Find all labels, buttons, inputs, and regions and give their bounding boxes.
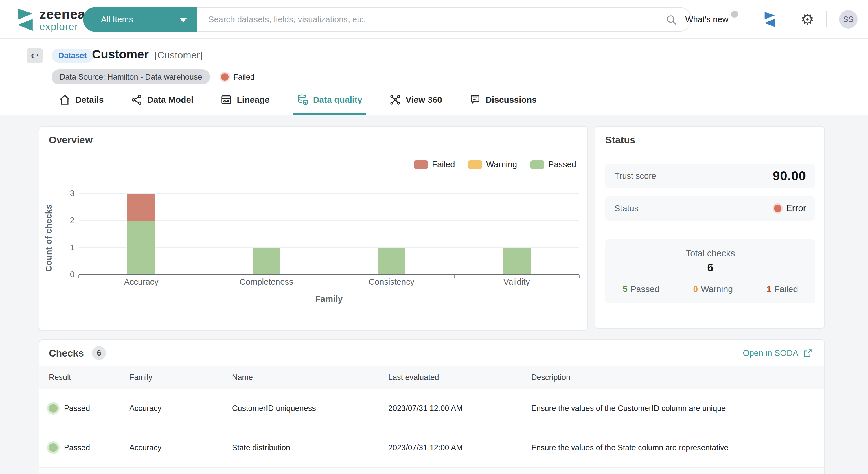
search-scope-value: All Items — [101, 15, 133, 24]
home-icon — [59, 94, 71, 106]
tab-lineage[interactable]: Lineage — [216, 87, 273, 115]
tab-details[interactable]: Details — [55, 87, 107, 115]
back-arrow-icon: ↩ — [31, 50, 39, 61]
passed-count: 5Passed — [623, 284, 659, 294]
passed-dot — [49, 404, 58, 413]
warning-count: 0Warning — [693, 284, 733, 294]
search-input[interactable] — [208, 15, 691, 24]
column-name: Name — [232, 373, 388, 382]
failed-bar-segment — [127, 194, 155, 220]
cell-last-evaluated: 2023/07/31 12:00 AM — [388, 404, 531, 413]
bar-accuracy — [79, 194, 204, 275]
settings-gear-icon[interactable]: ⚙ — [801, 12, 814, 27]
y-tick-label: 1 — [70, 243, 75, 252]
data-quality-icon — [297, 94, 308, 106]
x-tick-label: Completeness — [204, 277, 329, 287]
bar-stack — [127, 194, 155, 275]
y-tick-label: 3 — [70, 189, 75, 198]
passed-bar-segment — [253, 248, 280, 275]
page-title: Customer — [92, 48, 149, 61]
divider — [826, 11, 827, 28]
column-family: Family — [129, 373, 232, 382]
tab-discussions[interactable]: Discussions — [465, 87, 541, 115]
data-source-chip[interactable]: Data Source: Hamilton - Data warehouse — [52, 69, 210, 85]
column-description: Description — [531, 373, 824, 382]
cell-family: Accuracy — [129, 443, 232, 452]
total-checks-value: 6 — [605, 262, 815, 274]
status-card-title: Status — [605, 134, 636, 146]
passed-dot — [49, 443, 58, 452]
passed-bar-segment — [503, 248, 531, 275]
bar-stack — [253, 248, 280, 275]
checks-table-header: Result Family Name Last evaluated Descri… — [39, 366, 824, 389]
divider — [39, 153, 587, 153]
zeenea-studio-icon[interactable] — [764, 12, 776, 27]
header-status: Failed — [221, 72, 255, 82]
checks-count-badge: 6 — [92, 346, 106, 360]
chart-y-axis-title: Count of checks — [44, 195, 54, 282]
next-row-edge — [39, 468, 824, 474]
total-checks-box: Total checks 6 5Passed 0Warning 1Failed — [605, 239, 815, 303]
status-card: Status Trust score 90.00 Status Error To… — [595, 126, 825, 329]
tab-view-360[interactable]: View 360 — [385, 87, 446, 115]
entity-header: ↩ Dataset Customer [Customer] Data Sourc… — [0, 39, 868, 115]
tab-data-model[interactable]: Data Model — [127, 87, 197, 115]
entity-tabs: Details Data Model Lineage Data quality … — [55, 87, 541, 115]
chart-y-ticks: 0123 — [56, 194, 75, 275]
failed-status-label: Failed — [233, 72, 255, 82]
cell-name: State distribution — [232, 443, 388, 452]
user-avatar[interactable]: SS — [839, 10, 858, 29]
lineage-icon — [220, 94, 232, 106]
bar-validity — [454, 194, 580, 275]
passed-bar-segment — [127, 220, 155, 275]
legend-swatch — [468, 160, 482, 169]
search-icon[interactable] — [666, 14, 677, 26]
notification-dot — [731, 11, 738, 18]
search-scope-select[interactable]: All Items — [83, 7, 197, 32]
status-row-label: Status — [615, 204, 638, 213]
discussions-icon — [469, 94, 481, 106]
bar-completeness — [204, 194, 329, 275]
cell-result: Passed — [64, 443, 90, 452]
open-in-soda-link[interactable]: Open in SODA — [743, 348, 813, 358]
failed-count: 1Failed — [767, 284, 798, 294]
y-tick-label: 0 — [70, 270, 75, 279]
passed-bar-segment — [378, 248, 405, 275]
top-bar: zeenea explorer All Items What's new — [0, 0, 868, 39]
cell-description: Ensure the values of the CustomerID colu… — [531, 404, 824, 413]
divider — [788, 11, 788, 28]
legend-label: Failed — [432, 160, 455, 169]
cell-family: Accuracy — [129, 404, 232, 413]
logo-text-zeenea: zeenea — [39, 7, 85, 21]
checks-card: Checks 6 Open in SODA Result Family Name… — [39, 339, 825, 474]
overview-card-title: Overview — [49, 134, 93, 146]
x-tick-label: Validity — [454, 277, 580, 287]
zeenea-logo-icon — [16, 8, 34, 31]
cell-description: Ensure the values of the State column ar… — [531, 443, 824, 452]
legend-item-warning: Warning — [468, 160, 517, 169]
failed-status-dot — [221, 73, 228, 81]
legend-label: Warning — [486, 160, 517, 169]
data-model-icon — [131, 94, 142, 106]
zeenea-explorer-logo[interactable]: zeenea explorer — [16, 7, 85, 32]
chevron-down-icon — [179, 18, 187, 22]
chart-x-labels: AccuracyCompletenessConsistencyValidity — [79, 277, 579, 287]
whats-new-button[interactable]: What's new — [685, 15, 739, 24]
page: zeenea explorer All Items What's new — [0, 0, 868, 474]
logo-text-explorer: explorer — [39, 22, 85, 32]
x-tick-label: Consistency — [329, 277, 454, 287]
table-row[interactable]: Passed Accuracy State distribution 2023/… — [39, 428, 824, 468]
chart-x-axis-title: Family — [79, 294, 579, 304]
page-subtitle: [Customer] — [155, 50, 203, 61]
chart-legend: FailedWarningPassed — [414, 160, 576, 169]
back-button[interactable]: ↩ — [27, 48, 43, 63]
tab-data-quality[interactable]: Data quality — [293, 87, 366, 115]
y-tick-label: 2 — [70, 215, 75, 225]
cell-name: CustomerID uniqueness — [232, 404, 388, 413]
cell-last-evaluated: 2023/07/31 12:00 AM — [388, 443, 531, 452]
legend-item-passed: Passed — [530, 160, 576, 169]
entity-type-badge: Dataset — [52, 49, 94, 62]
overview-card: Overview FailedWarningPassed Count of ch… — [39, 126, 588, 331]
legend-swatch — [414, 160, 428, 169]
table-row[interactable]: Passed Accuracy CustomerID uniqueness 20… — [39, 389, 824, 428]
